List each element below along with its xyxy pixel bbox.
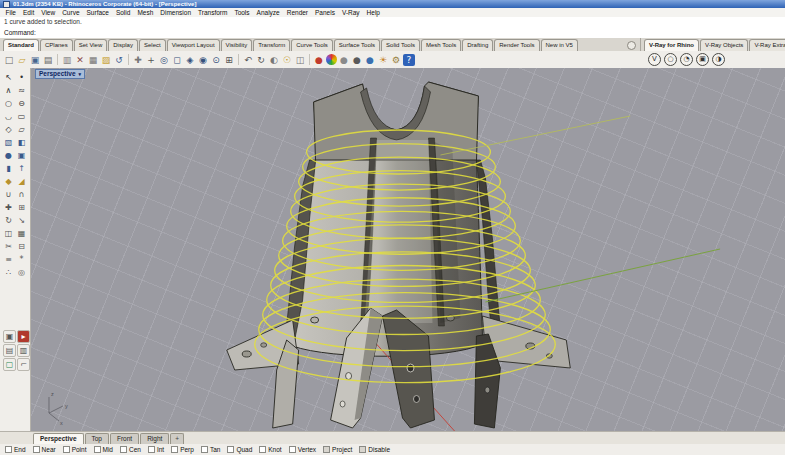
toolbar-tab-visibility[interactable]: Visibility [221,39,253,51]
vray-select-icon[interactable]: ⌐ [17,358,30,371]
checkbox-icon[interactable] [33,446,40,453]
osnap-vertex[interactable]: Vertex [289,446,316,453]
toolbar-tab-curve-tools[interactable]: Curve Tools [291,39,333,51]
viewport-title[interactable]: Perspective ▾ [35,69,85,79]
boolean-difference-tool-icon[interactable]: ∩ [15,188,28,201]
box-tool-icon[interactable]: ▣ [15,149,28,162]
menu-v-ray[interactable]: V-Ray [338,9,363,16]
vray-material-icon[interactable]: ◑ [712,53,725,66]
perspective-viewport[interactable]: Perspective ▾ [31,68,785,432]
checkbox-icon[interactable] [120,446,127,453]
toolbar-tab-transform[interactable]: Transform [253,39,290,51]
mirror-tool-icon[interactable]: ◫ [2,227,15,240]
zoom-selected-icon[interactable]: ◉ [197,54,209,66]
hide-object-icon[interactable]: ◐ [268,54,280,66]
undo-view-icon[interactable]: ↶ [242,54,254,66]
zoom-target-icon[interactable]: ⊙ [210,54,222,66]
vray-region-render-icon[interactable]: ▢ [3,358,16,371]
toolbar-tab-mesh-tools[interactable]: Mesh Tools [421,39,461,51]
rendered-display-icon[interactable]: ● [364,54,376,66]
menu-transform[interactable]: Transform [195,9,231,16]
viewport-tab-perspective[interactable]: Perspective [33,433,84,444]
toolbar-tab-drafting[interactable]: Drafting [462,39,493,51]
menu-edit[interactable]: Edit [19,9,37,16]
toolbar-tab-overflow-icon[interactable] [627,41,636,50]
ellipse-tool-icon[interactable]: ⊖ [15,97,28,110]
rotate-tool-icon[interactable]: ↻ [2,214,15,227]
toolbar-tab-display[interactable]: Display [108,39,138,51]
cylinder-tool-icon[interactable]: ▮ [2,162,15,175]
rotate-view-icon[interactable]: ↻ [255,54,267,66]
vray-frame-buffer-icon[interactable]: ▤ [3,344,16,357]
vray-tab-v-ray-objects[interactable]: V-Ray Objects [700,39,748,51]
move-tool-icon[interactable]: ✚ [2,201,15,214]
shaded-display-icon[interactable]: ● [338,54,350,66]
viewport-tab-front[interactable]: Front [110,433,139,444]
menu-solid[interactable]: Solid [112,9,133,16]
array-tool-icon[interactable]: ▦ [15,227,28,240]
extrude-tool-icon[interactable]: ↑ [15,162,28,175]
move-icon[interactable]: + [145,54,157,66]
join-tool-icon[interactable]: ≡ [2,253,15,266]
print-icon[interactable]: ▤ [42,54,54,66]
menu-dimension[interactable]: Dimension [157,9,195,16]
vray-sphere-icon[interactable]: ○ [664,53,677,66]
toolbar-tab-viewport-layout[interactable]: Viewport Layout [167,39,220,51]
vray-spheres-icon[interactable]: ◔ [680,53,693,66]
vray-render-icon[interactable]: ▸ [17,330,30,343]
options-icon[interactable]: ⚙ [390,54,402,66]
toolbar-tab-select[interactable]: Select [139,39,166,51]
menu-panels[interactable]: Panels [312,9,339,16]
zoom-all-icon[interactable]: ⊞ [223,54,235,66]
checkbox-icon[interactable] [5,446,12,453]
render-icon[interactable]: ● [313,54,325,66]
help-icon[interactable]: ? [403,54,415,66]
checkbox-icon[interactable] [94,446,101,453]
duplicate-icon[interactable]: ▦ [87,54,99,66]
polyline-tool-icon[interactable]: ∧ [2,84,15,97]
pan-icon[interactable]: ✚ [132,54,144,66]
chamfer-tool-icon[interactable]: ◢ [15,175,28,188]
new-viewport-tab-button[interactable]: + [170,433,184,444]
checkbox-icon[interactable] [289,446,296,453]
toolbar-tab-standard[interactable]: Standard [3,39,39,51]
points-on-tool-icon[interactable]: ∴ [2,266,15,279]
menu-curve[interactable]: Curve [59,9,83,16]
toolbar-tab-solid-tools[interactable]: Solid Tools [381,39,420,51]
lamp-icon[interactable]: ☉ [281,54,293,66]
ghosted-display-icon[interactable]: ● [351,54,363,66]
select-tool-icon[interactable]: ↖ [2,71,15,84]
toolbar-tab-surface-tools[interactable]: Surface Tools [334,39,380,51]
menu-render[interactable]: Render [283,9,311,16]
osnap-point[interactable]: Point [63,446,87,453]
vray-tab-v-ray-for-rhino[interactable]: V-Ray for Rhino [644,39,699,51]
osnap-tan[interactable]: Tan [201,446,220,453]
osnap-mid[interactable]: Mid [94,446,113,453]
new-file-icon[interactable]: □ [3,54,15,66]
project-toggle[interactable]: Project [323,446,352,453]
toolbar-tab-new-in-v5[interactable]: New in V5 [541,39,578,51]
lock-object-icon[interactable]: ◫ [294,54,306,66]
vray-frame-icon[interactable]: ▣ [696,53,709,66]
menu-surface[interactable]: Surface [83,9,112,16]
osnap-int[interactable]: Int [148,446,164,453]
osnap-cen[interactable]: Cen [120,446,141,453]
vray-options-icon[interactable]: ▥ [17,344,30,357]
menu-mesh[interactable]: Mesh [134,9,157,16]
osnap-knot[interactable]: Knot [259,446,281,453]
checkbox-icon[interactable] [201,446,208,453]
checkbox-icon[interactable] [63,446,70,453]
menu-file[interactable]: File [2,9,19,16]
zoom-dynamic-icon[interactable]: ◎ [158,54,170,66]
osnap-near[interactable]: Near [33,446,56,453]
menu-help[interactable]: Help [363,9,383,16]
menu-analyze[interactable]: Analyze [253,9,283,16]
trim-tool-icon[interactable]: ✂ [2,240,15,253]
toggle-icon[interactable] [359,446,366,453]
viewport-tab-top[interactable]: Top [85,433,109,444]
sphere-tool-icon[interactable]: ● [2,149,15,162]
toolbar-tab-cplanes[interactable]: CPlanes [40,39,73,51]
color-wheel-icon[interactable] [326,54,337,65]
toggle-icon[interactable] [323,446,330,453]
point-tool-icon[interactable]: • [15,71,28,84]
